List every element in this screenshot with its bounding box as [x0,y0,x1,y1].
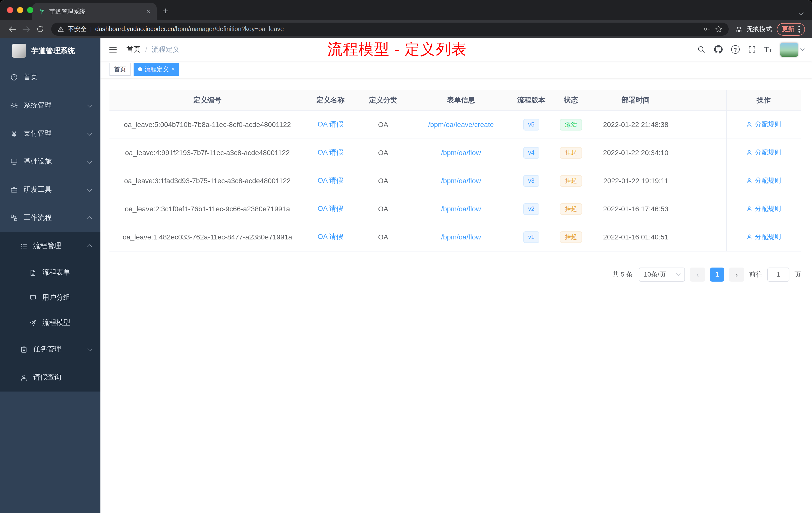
browser-menu-dots-icon[interactable] [799,26,800,33]
sidebar-item-infrastructure[interactable]: 基础设施 [0,148,100,176]
chevron-down-icon [801,47,805,51]
status-badge: 挂起 [560,231,582,243]
browser-update-button[interactable]: 更新 [777,23,805,35]
definition-name-link[interactable]: OA 请假 [318,120,344,128]
sidebar-item-dev-tools[interactable]: 研发工具 [0,176,100,204]
definition-name-link[interactable]: OA 请假 [318,176,344,184]
url-text: dashboard.yudao.iocoder.cn/bpm/manager/d… [95,26,699,33]
deploy-time-cell: 2022-01-16 01:40:51 [590,223,681,251]
form-info-link[interactable]: /bpm/oa/flow [441,149,481,157]
sidebar-item-process-model[interactable]: 流程模型 [0,310,100,335]
goto-unit-label: 页 [794,270,801,279]
definition-name-link[interactable]: OA 请假 [318,148,344,156]
filler-cell [681,223,726,251]
back-button[interactable] [5,22,19,36]
password-key-icon[interactable] [703,25,711,33]
page-size-select[interactable]: 10条/页 [639,267,685,281]
fullscreen-icon[interactable] [748,45,756,54]
filler-cell [681,167,726,195]
close-window-button[interactable] [7,7,13,13]
assign-rule-link[interactable]: 分配规则 [747,148,781,157]
sidebar-item-label: 系统管理 [24,101,52,110]
sidebar-item-task-mgmt[interactable]: 任务管理 [0,335,100,363]
sidebar-toggle-icon[interactable] [109,45,117,54]
sidebar-item-home[interactable]: 首页 [0,63,100,91]
user-icon [747,178,753,184]
page-size-value: 10条/页 [644,270,666,279]
goto-page-input[interactable] [767,267,789,281]
toolbox-icon [10,186,18,194]
sidebar-item-workflow[interactable]: 工作流程 [0,204,100,232]
tags-view-bar: 首页 流程定义 × [100,61,812,78]
tag-close-icon[interactable]: × [171,66,175,72]
sidebar-item-label: 支付管理 [24,129,52,138]
minimize-window-button[interactable] [17,7,23,13]
workflow-icon [10,214,18,222]
deploy-time-cell: 2022-01-16 17:46:53 [590,195,681,223]
filler-cell [681,195,726,223]
sidebar-item-label: 首页 [24,73,38,82]
filler-cell [681,111,726,139]
tag-home[interactable]: 首页 [110,63,130,76]
tab-overflow-chevron-icon[interactable] [800,7,803,17]
browser-tab[interactable]: 芋道管理系统 × [32,3,157,20]
total-count: 共 5 条 [612,270,633,279]
tab-strip: 芋道管理系统 × + [0,0,812,20]
status-badge: 挂起 [560,203,582,215]
definition-name-link[interactable]: OA 请假 [318,233,344,240]
sidebar-item-leave-query[interactable]: 请假查询 [0,363,100,392]
status-badge: 挂起 [560,147,582,158]
col-status: 状态 [551,90,590,111]
col-process-version: 流程版本 [511,90,551,111]
sidebar: 芋道管理系统 首页 系统管理 ¥ 支付管理 基础设施 [0,38,100,513]
assign-rule-link[interactable]: 分配规则 [747,176,781,185]
actions-cell: 分配规则 [726,195,801,223]
user-icon [747,121,753,127]
chevron-down-icon [676,272,681,276]
tag-process-definition[interactable]: 流程定义 × [134,63,179,76]
version-badge: v2 [523,203,539,215]
incognito-label: 无痕模式 [747,25,772,33]
breadcrumb-home[interactable]: 首页 [126,45,141,54]
zoom-window-button[interactable] [27,7,33,13]
avatar[interactable] [780,42,798,57]
page-number-1[interactable]: 1 [710,267,724,281]
bookmark-star-icon[interactable] [715,25,723,33]
sidebar-item-process-form[interactable]: 流程表单 [0,260,100,285]
form-info-link[interactable]: /bpm/oa/leave/create [428,120,494,128]
logo-avatar [12,44,26,58]
address-bar[interactable]: 不安全 | dashboard.yudao.iocoder.cn/bpm/man… [51,23,729,36]
sidebar-item-label: 请假查询 [33,373,61,382]
sidebar-item-user-group[interactable]: 用户分组 [0,285,100,310]
tab-close-icon[interactable]: × [146,8,152,15]
github-icon[interactable] [714,45,723,54]
new-tab-button[interactable]: + [163,6,168,16]
user-menu[interactable] [780,42,804,57]
assign-rule-link[interactable]: 分配规则 [747,204,781,213]
forward-button[interactable] [19,22,33,36]
help-icon[interactable]: ? [731,45,740,54]
col-deploy-time: 部署时间 [590,90,681,111]
definition-name-link[interactable]: OA 请假 [318,204,344,212]
assign-rule-link[interactable]: 分配规则 [747,120,781,129]
assign-rule-link[interactable]: 分配规则 [747,233,781,241]
next-page-button[interactable]: › [729,267,744,281]
header-actions: ? TT [697,42,804,57]
tab-title: 芋道管理系统 [49,7,142,16]
form-info-link[interactable]: /bpm/oa/flow [441,233,481,241]
reload-button[interactable] [33,22,47,36]
filler-cell [681,139,726,167]
sidebar-item-process-mgmt[interactable]: 流程管理 [0,232,100,260]
prev-page-button[interactable]: ‹ [690,267,705,281]
form-info-link[interactable]: /bpm/oa/flow [441,205,481,213]
definition-id-cell: oa_leave:1:482ec033-762a-11ec-8477-a2380… [110,223,305,251]
sidebar-item-label: 用户分组 [42,293,70,302]
version-badge: v1 [523,231,539,243]
col-actions: 操作 [726,90,801,111]
sidebar-item-payment-mgmt[interactable]: ¥ 支付管理 [0,119,100,148]
font-size-icon[interactable]: TT [764,45,772,54]
search-icon[interactable] [697,45,705,54]
sidebar-item-system-mgmt[interactable]: 系统管理 [0,91,100,119]
form-info-link[interactable]: /bpm/oa/flow [441,177,481,185]
sidebar-logo[interactable]: 芋道管理系统 [0,38,100,63]
